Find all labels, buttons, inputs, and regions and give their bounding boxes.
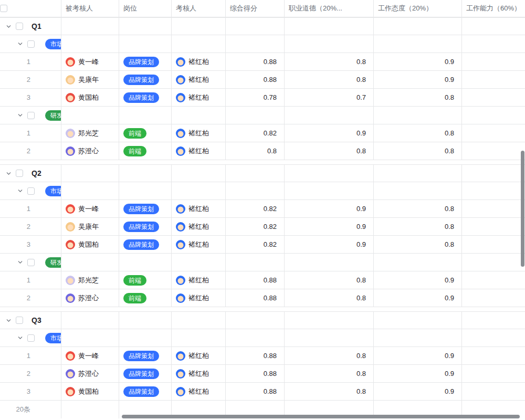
department-checkbox[interactable] — [27, 334, 35, 342]
assessee-cell[interactable]: 吴康年 — [61, 218, 119, 236]
row-index-cell[interactable]: 3 — [0, 236, 61, 254]
chevron-down-icon[interactable] — [5, 170, 12, 176]
overall-score-cell[interactable]: 0.82 — [226, 124, 285, 142]
row-index-cell[interactable]: 1 — [0, 124, 61, 142]
ability-score-cell[interactable] — [462, 124, 525, 142]
position-cell[interactable]: 品牌策划 — [119, 218, 172, 236]
overall-score-cell[interactable]: 0.88 — [226, 271, 285, 289]
ability-score-cell[interactable] — [462, 271, 525, 289]
assessee-cell[interactable]: 黄一峰 — [61, 53, 119, 71]
attitude-score-cell[interactable]: 0.8 — [374, 218, 462, 236]
ethics-score-cell[interactable]: 0.8 — [285, 289, 374, 307]
chevron-down-icon[interactable] — [17, 188, 23, 194]
evaluator-cell[interactable]: 褚红柏 — [172, 289, 226, 307]
ability-score-cell[interactable] — [462, 89, 525, 107]
position-cell[interactable]: 品牌策划 — [119, 89, 172, 107]
overall-score-cell[interactable]: 0.88 — [226, 383, 285, 401]
ethics-score-cell[interactable]: 0.8 — [285, 271, 374, 289]
evaluator-cell[interactable]: 褚红柏 — [172, 71, 226, 89]
column-header-attitude[interactable]: 工作态度（20%） — [374, 0, 462, 17]
attitude-score-cell[interactable]: 0.8 — [374, 142, 462, 160]
position-cell[interactable]: 前端 — [119, 142, 172, 160]
evaluator-cell[interactable]: 褚红柏 — [172, 53, 226, 71]
chevron-down-icon[interactable] — [5, 317, 12, 323]
assessee-cell[interactable]: 郑光芝 — [61, 124, 119, 142]
overall-score-cell[interactable]: 0.88 — [226, 347, 285, 365]
column-header-position[interactable]: 岗位 — [119, 0, 172, 17]
column-header-ability[interactable]: 工作能力（60%） — [462, 0, 525, 17]
row-index-cell[interactable]: 1 — [0, 53, 61, 71]
attitude-score-cell[interactable]: 0.9 — [374, 271, 462, 289]
row-index-cell[interactable]: 1 — [0, 271, 61, 289]
vertical-scrollbar[interactable] — [521, 151, 524, 267]
row-index-cell[interactable]: 3 — [0, 383, 61, 401]
chevron-down-icon[interactable] — [17, 41, 23, 47]
overall-score-cell[interactable]: 0.88 — [226, 53, 285, 71]
evaluator-cell[interactable]: 褚红柏 — [172, 218, 226, 236]
column-header-evaluator[interactable]: 考核人 — [172, 0, 226, 17]
assessee-cell[interactable]: 黄国柏 — [61, 236, 119, 254]
row-index-cell[interactable]: 1 — [0, 200, 61, 218]
row-index-cell[interactable]: 1 — [0, 347, 61, 365]
attitude-score-cell[interactable]: 0.8 — [374, 124, 462, 142]
overall-score-cell[interactable]: 0.78 — [226, 89, 285, 107]
position-cell[interactable]: 品牌策划 — [119, 71, 172, 89]
attitude-score-cell[interactable]: 0.9 — [374, 365, 462, 383]
position-cell[interactable]: 品牌策划 — [119, 365, 172, 383]
attitude-score-cell[interactable]: 0.8 — [374, 200, 462, 218]
chevron-down-icon[interactable] — [17, 335, 23, 341]
ability-score-cell[interactable] — [462, 347, 525, 365]
attitude-score-cell[interactable]: 0.9 — [374, 383, 462, 401]
ability-score-cell[interactable] — [462, 383, 525, 401]
position-cell[interactable]: 品牌策划 — [119, 53, 172, 71]
assessee-cell[interactable]: 黄国柏 — [61, 383, 119, 401]
overall-score-cell[interactable]: 0.88 — [226, 289, 285, 307]
ability-score-cell[interactable] — [462, 53, 525, 71]
ethics-score-cell[interactable]: 0.8 — [285, 53, 374, 71]
ethics-score-cell[interactable]: 0.7 — [285, 89, 374, 107]
evaluator-cell[interactable]: 褚红柏 — [172, 200, 226, 218]
position-cell[interactable]: 品牌策划 — [119, 200, 172, 218]
position-cell[interactable]: 前端 — [119, 289, 172, 307]
department-checkbox[interactable] — [27, 112, 35, 119]
assessee-cell[interactable]: 黄国柏 — [61, 89, 119, 107]
row-index-cell[interactable]: 2 — [0, 289, 61, 307]
department-checkbox[interactable] — [27, 40, 35, 48]
assessee-cell[interactable]: 苏澄心 — [61, 142, 119, 160]
overall-score-cell[interactable]: 0.82 — [226, 218, 285, 236]
ability-score-cell[interactable] — [462, 236, 525, 254]
assessee-cell[interactable]: 苏澄心 — [61, 289, 119, 307]
ethics-score-cell[interactable]: 0.8 — [285, 383, 374, 401]
ethics-score-cell[interactable]: 0.8 — [285, 365, 374, 383]
evaluator-cell[interactable]: 褚红柏 — [172, 347, 226, 365]
ability-score-cell[interactable] — [462, 200, 525, 218]
ethics-score-cell[interactable]: 0.9 — [285, 200, 374, 218]
ability-score-cell[interactable] — [462, 71, 525, 89]
ethics-score-cell[interactable]: 0.9 — [285, 218, 374, 236]
attitude-score-cell[interactable]: 0.8 — [374, 89, 462, 107]
assessee-cell[interactable]: 苏澄心 — [61, 365, 119, 383]
ethics-score-cell[interactable]: 0.9 — [285, 124, 374, 142]
evaluator-cell[interactable]: 褚红柏 — [172, 365, 226, 383]
attitude-score-cell[interactable]: 0.9 — [374, 289, 462, 307]
overall-score-cell[interactable]: 0.8 — [226, 142, 285, 160]
ethics-score-cell[interactable]: 0.9 — [285, 236, 374, 254]
assessee-cell[interactable]: 黄一峰 — [61, 347, 119, 365]
position-cell[interactable]: 品牌策划 — [119, 236, 172, 254]
overall-score-cell[interactable]: 0.82 — [226, 200, 285, 218]
chevron-down-icon[interactable] — [5, 23, 12, 29]
row-index-cell[interactable]: 2 — [0, 365, 61, 383]
ability-score-cell[interactable] — [462, 142, 525, 160]
ability-score-cell[interactable] — [462, 289, 525, 307]
row-index-cell[interactable]: 2 — [0, 142, 61, 160]
attitude-score-cell[interactable]: 0.8 — [374, 236, 462, 254]
column-header-overall-score[interactable]: 综合得分 — [226, 0, 285, 17]
attitude-score-cell[interactable]: 0.9 — [374, 53, 462, 71]
horizontal-scrollbar[interactable] — [122, 415, 520, 418]
evaluator-cell[interactable]: 褚红柏 — [172, 236, 226, 254]
position-cell[interactable]: 前端 — [119, 124, 172, 142]
evaluator-cell[interactable]: 褚红柏 — [172, 383, 226, 401]
quarter-checkbox[interactable] — [16, 170, 23, 177]
evaluator-cell[interactable]: 褚红柏 — [172, 271, 226, 289]
assessee-cell[interactable]: 郑光芝 — [61, 271, 119, 289]
